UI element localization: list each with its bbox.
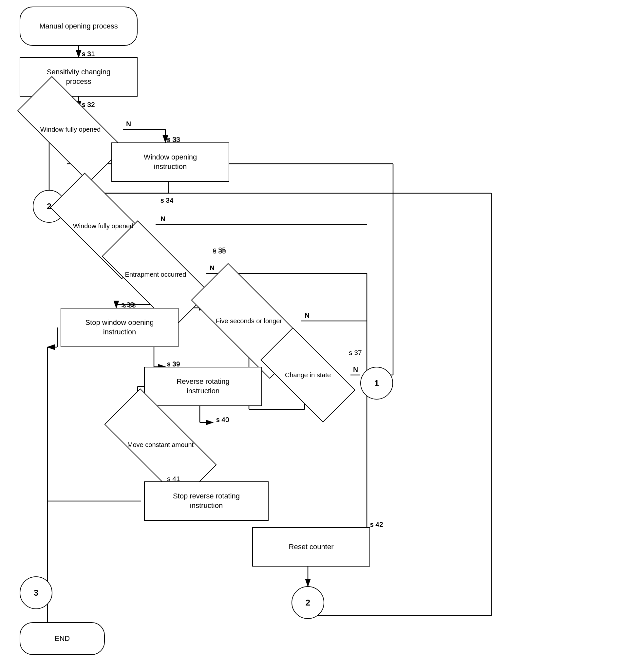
reverse-rotating-instruction: Reverse rotatinginstruction	[144, 367, 262, 406]
connector-2b: 2	[291, 586, 324, 619]
step-s31: s 31	[82, 50, 95, 58]
connector-3: 3	[20, 576, 53, 609]
svg-text:N: N	[305, 312, 310, 319]
svg-text:N: N	[161, 215, 165, 222]
end-shape: END	[20, 622, 105, 655]
step-s34: s 34	[161, 197, 174, 204]
connector-1: 1	[360, 367, 393, 399]
stop-reverse-rotating-instruction: Stop reverse rotatinginstruction	[144, 482, 269, 521]
step-s35: s 35	[213, 247, 226, 255]
stop-window-opening-instruction: Stop window openinginstruction	[61, 308, 178, 347]
window-fully-opened-diamond-1: Window fully opened	[20, 105, 121, 154]
window-opening-instruction: Window openinginstruction	[111, 142, 229, 182]
manual-opening-process: Manual opening process	[20, 6, 138, 46]
flowchart: s 31 s 32 N s 33 Y s 34 N	[0, 0, 622, 672]
entrapment-diamond: Entrapment occurred	[105, 249, 206, 299]
move-constant-diamond: Move constant amount	[106, 419, 214, 470]
svg-text:N: N	[353, 365, 358, 373]
svg-text:N: N	[126, 120, 131, 128]
svg-text:N: N	[210, 264, 214, 272]
step-s40: s 40	[216, 416, 229, 424]
reset-counter: Reset counter	[252, 527, 370, 567]
step-s42: s 42	[370, 521, 383, 529]
change-state-diamond: Change in state	[264, 352, 352, 398]
